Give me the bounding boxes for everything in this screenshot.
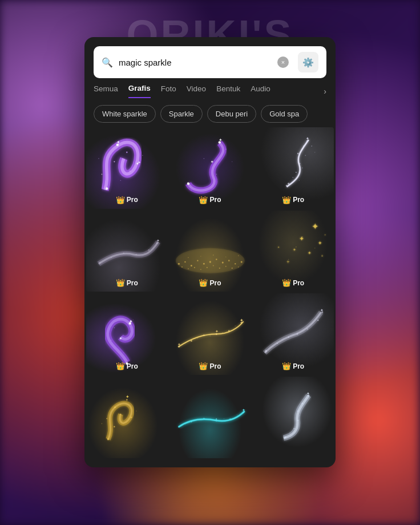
svg-point-15: [211, 161, 213, 163]
svg-point-124: [120, 405, 122, 406]
svg-text:✦: ✦: [265, 349, 267, 352]
svg-text:✦: ✦: [242, 408, 245, 412]
svg-point-47: [197, 260, 198, 261]
svg-text:✦: ✦: [318, 240, 323, 246]
svg-text:✦: ✦: [293, 248, 297, 252]
grid-item-9[interactable]: ✦ ✦ 👑 Pro: [252, 293, 334, 375]
chip-debu-peri[interactable]: Debu peri: [207, 105, 256, 123]
svg-point-115: [107, 438, 109, 440]
tab-video[interactable]: Video: [187, 84, 206, 98]
pro-label-6: Pro: [293, 279, 304, 287]
grid-item-7[interactable]: ✦ 👑 Pro: [86, 293, 168, 375]
svg-point-143: [294, 428, 295, 429]
pro-badge-2: 👑 Pro: [199, 196, 221, 204]
svg-point-46: [191, 265, 192, 266]
pro-label-8: Pro: [209, 362, 221, 370]
svg-text:✦: ✦: [308, 250, 312, 255]
svg-point-87: [114, 328, 115, 329]
svg-point-62: [225, 265, 226, 266]
crown-icon-9: 👑: [282, 362, 291, 370]
tab-grafis[interactable]: Grafis: [128, 84, 151, 98]
svg-point-20: [191, 189, 192, 191]
svg-point-45: [184, 261, 186, 262]
svg-point-29: [305, 155, 306, 156]
search-input[interactable]: [119, 58, 272, 67]
svg-point-6: [130, 171, 131, 172]
svg-point-52: [228, 260, 229, 261]
grid-item-8[interactable]: ✦ ✦ ✦ 👑 Pro: [169, 293, 251, 375]
svg-text:✦: ✦: [116, 140, 120, 145]
svg-point-27: [288, 183, 289, 184]
grid-item-5[interactable]: 👑 Pro: [169, 211, 251, 292]
svg-text:✦: ✦: [138, 160, 141, 164]
pro-badge-5: 👑 Pro: [199, 278, 221, 287]
svg-point-63: [231, 268, 232, 269]
svg-point-140: [302, 403, 304, 405]
tab-audio[interactable]: Audio: [251, 84, 270, 98]
svg-text:+: +: [321, 254, 324, 258]
grid-item-3[interactable]: ✦ ✦ 👑 Pro: [252, 127, 334, 209]
svg-text:✦: ✦: [126, 394, 130, 399]
svg-point-117: [106, 418, 107, 419]
svg-text:✦: ✦: [300, 235, 305, 241]
svg-text:✦: ✦: [177, 343, 181, 347]
tab-bentuk[interactable]: Bentuk: [216, 84, 240, 98]
svg-point-69: [238, 255, 239, 256]
crown-icon-5: 👑: [199, 278, 208, 287]
svg-text:✦: ✦: [306, 136, 310, 140]
pro-badge-8: 👑 Pro: [199, 362, 221, 370]
svg-point-79: [302, 236, 303, 237]
svg-point-5: [102, 173, 103, 175]
search-icon: 🔍: [102, 57, 113, 68]
svg-point-104: [222, 333, 223, 334]
svg-point-147: [300, 415, 301, 416]
svg-point-64: [238, 266, 239, 268]
tab-semua[interactable]: Semua: [94, 84, 118, 98]
svg-point-116: [114, 426, 115, 427]
svg-point-23: [303, 146, 304, 147]
svg-point-148: [296, 424, 297, 425]
svg-text:✦: ✦: [312, 221, 320, 231]
grid-item-11[interactable]: ✦ ✦: [169, 377, 251, 458]
svg-point-25: [300, 163, 301, 164]
svg-point-4: [126, 152, 128, 154]
search-filter-button[interactable]: ⚙️: [298, 52, 318, 72]
svg-point-55: [181, 266, 183, 267]
svg-point-67: [213, 255, 214, 256]
svg-point-94: [203, 335, 205, 337]
chip-gold-spa[interactable]: Gold spa: [261, 105, 308, 123]
svg-text:✦: ✦: [156, 239, 160, 243]
svg-point-93: [191, 340, 192, 342]
search-panel: 🔍 × ⚙️ Semua Grafis Foto Video Bentuk Au…: [84, 37, 336, 467]
svg-point-36: [99, 261, 101, 263]
grid-item-2[interactable]: ✦ 👑 Pro: [169, 127, 251, 209]
svg-text:✦: ✦: [215, 329, 219, 333]
svg-point-123: [102, 423, 103, 424]
grid-item-10[interactable]: ✦: [86, 377, 168, 458]
svg-point-31: [293, 177, 294, 178]
search-clear-button[interactable]: ×: [277, 56, 289, 68]
svg-point-48: [203, 263, 205, 265]
tabs-arrow-icon[interactable]: ›: [324, 87, 326, 96]
svg-point-105: [235, 326, 236, 327]
chip-sparkle[interactable]: Sparkle: [160, 105, 203, 123]
svg-point-33: [299, 180, 300, 181]
svg-point-126: [177, 426, 179, 427]
svg-point-121: [120, 414, 121, 415]
svg-point-110: [307, 329, 308, 330]
svg-point-30: [302, 168, 303, 169]
grid-item-1[interactable]: ✦ ✦ 👑 Pro: [86, 127, 168, 209]
grid-item-4[interactable]: ✦ 👑 Pro: [86, 211, 168, 292]
svg-point-60: [212, 265, 213, 266]
tab-foto[interactable]: Foto: [161, 84, 176, 98]
crown-icon-3: 👑: [282, 196, 291, 204]
crown-icon-4: 👑: [116, 278, 125, 287]
crown-icon-1: 👑: [116, 196, 125, 204]
svg-point-149: [289, 433, 290, 434]
svg-point-43: [176, 248, 245, 273]
grid-item-6[interactable]: ✦ ✦ ✦ ✦ ✦ + + ✦ + 👑: [252, 211, 334, 292]
chip-white-sparkle[interactable]: White sparkle: [94, 105, 156, 123]
grid-item-12[interactable]: ✦: [252, 377, 334, 458]
svg-text:✦: ✦: [277, 245, 280, 249]
svg-point-66: [200, 256, 201, 257]
